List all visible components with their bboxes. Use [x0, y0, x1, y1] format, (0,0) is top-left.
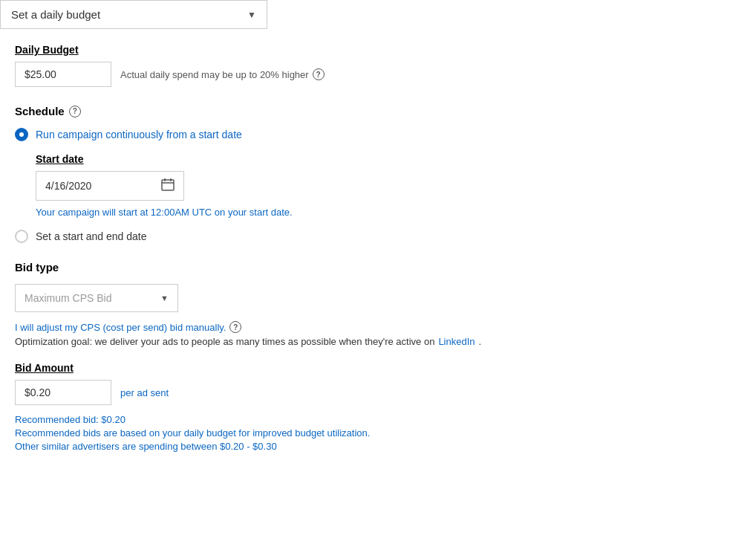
campaign-start-info: Your campaign will start at 12:00AM UTC … — [36, 207, 505, 218]
bid-amount-section: Bid Amount per ad sent Recommended bid: … — [15, 362, 505, 452]
radio-continuous-label: Run campaign continuously from a start d… — [36, 129, 242, 140]
calendar-icon[interactable] — [161, 178, 175, 194]
radio-continuous[interactable]: Run campaign continuously from a start d… — [15, 128, 505, 141]
budget-type-dropdown[interactable]: Set a daily budget ▼ — [0, 0, 267, 29]
bid-manual-help-icon[interactable]: ? — [229, 321, 241, 333]
daily-budget-hint: Actual daily spend may be up to 20% high… — [120, 68, 325, 80]
bid-type-arrow: ▼ — [160, 294, 169, 303]
bid-amount-input-row: per ad sent — [15, 380, 505, 405]
bid-amount-input[interactable] — [15, 380, 111, 405]
start-date-label: Start date — [36, 153, 505, 165]
bid-info-optimization: Optimization goal: we deliver your ads t… — [15, 336, 505, 347]
radio-start-end-circle — [15, 230, 28, 243]
radio-start-end[interactable]: Set a start and end date — [15, 230, 505, 243]
schedule-section: Schedule ? Run campaign continuously fro… — [15, 105, 505, 243]
radio-continuous-circle — [15, 128, 28, 141]
start-date-value: 4/16/2020 — [45, 180, 161, 192]
radio-start-end-label: Set a start and end date — [36, 230, 146, 242]
start-date-subsection: Start date 4/16/2020 Your campaign will … — [36, 153, 505, 218]
bid-type-section: Bid type Maximum CPS Bid ▼ I will adjust… — [15, 261, 505, 347]
daily-budget-input-row: Actual daily spend may be up to 20% high… — [15, 62, 505, 87]
bid-type-select-text: Maximum CPS Bid — [25, 292, 111, 304]
daily-budget-section: Daily Budget Actual daily spend may be u… — [15, 44, 505, 87]
schedule-help-icon[interactable]: ? — [69, 106, 81, 117]
daily-budget-input[interactable] — [15, 62, 111, 87]
recommended-range-line: Other similar advertisers are spending b… — [15, 441, 505, 452]
daily-budget-label: Daily Budget — [15, 44, 505, 56]
date-input-container[interactable]: 4/16/2020 — [36, 171, 184, 201]
budget-dropdown-arrow: ▼ — [247, 10, 256, 20]
bid-info-manual: I will adjust my CPS (cost per send) bid… — [15, 321, 505, 333]
schedule-title: Schedule ? — [15, 105, 505, 117]
per-ad-sent-label: per ad sent — [120, 387, 169, 398]
budget-type-label: Set a daily budget — [11, 8, 100, 21]
svg-rect-0 — [162, 180, 174, 190]
recommended-section: Recommended bid: $0.20 Recommended bids … — [15, 414, 505, 452]
bid-type-title: Bid type — [15, 261, 505, 274]
linkedin-link: LinkedIn — [438, 336, 475, 347]
recommended-info-line: Recommended bids are based on your daily… — [15, 427, 505, 439]
recommended-bid-line: Recommended bid: $0.20 — [15, 414, 505, 425]
daily-budget-help-icon[interactable]: ? — [313, 68, 325, 80]
bid-type-dropdown[interactable]: Maximum CPS Bid ▼ — [15, 284, 178, 312]
bid-amount-label: Bid Amount — [15, 362, 505, 374]
